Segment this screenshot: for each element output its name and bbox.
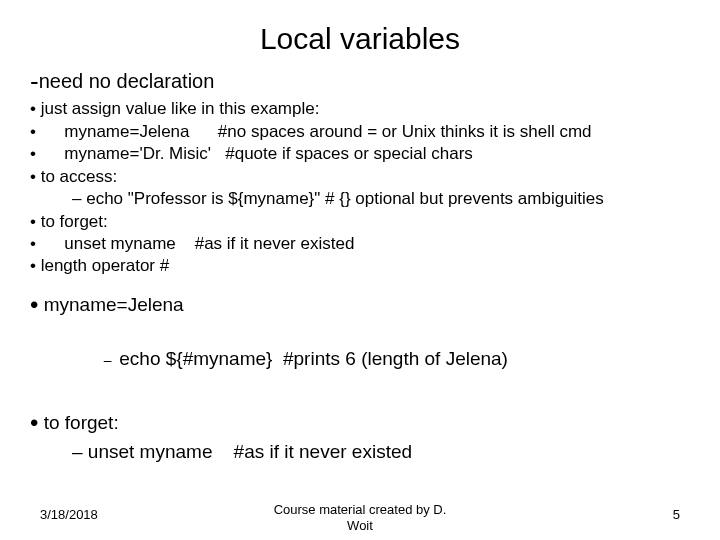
bullet-line: • length operator # [30, 255, 690, 277]
section-text: myname=Jelena [44, 294, 184, 315]
bullet-line: • myname='Dr. Misic' #quote if spaces or… [30, 143, 690, 165]
sub-text: echo ${#myname} #prints 6 (length of Jel… [119, 348, 508, 369]
footer-credit: Course material created by D. Woit [0, 502, 720, 535]
bullet-line: • unset myname #as if it never existed [30, 233, 690, 255]
bullet-line: • to forget: [30, 211, 690, 233]
section-text: to forget: [44, 412, 119, 433]
bullet-icon: • [30, 409, 38, 436]
credit-line2: Woit [347, 518, 373, 533]
sub-bullet-line: – echo ${#myname} #prints 6 (length of J… [72, 321, 690, 396]
slide: Local variables -need no declaration • j… [0, 0, 720, 540]
footer-page-number: 5 [673, 507, 680, 522]
dash-small-icon: – [104, 352, 120, 368]
sub-bullet-line: – echo "Professor is ${myname}" # {} opt… [72, 188, 690, 210]
section-myname: • myname=Jelena [30, 292, 690, 317]
section-forget: • to forget: [30, 410, 690, 435]
bullet-line: • to access: [30, 166, 690, 188]
sub-bullet-line: – unset myname #as if it never existed [72, 439, 690, 464]
bullet-icon: • [30, 291, 38, 318]
lead-text: need no declaration [39, 70, 215, 92]
bullet-line: • just assign value like in this example… [30, 98, 690, 120]
slide-content: -need no declaration • just assign value… [0, 64, 720, 464]
bullet-line: • myname=Jelena #no spaces around = or U… [30, 121, 690, 143]
credit-line1: Course material created by D. [274, 502, 447, 517]
dash-icon: - [30, 66, 39, 96]
lead-line: -need no declaration [30, 64, 690, 98]
slide-title: Local variables [0, 0, 720, 64]
